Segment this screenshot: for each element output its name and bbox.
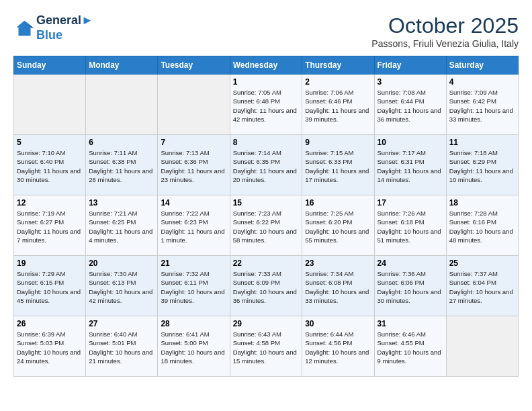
logo: General► Blue bbox=[13, 13, 93, 42]
page-header: General► Blue October 2025 Passons, Friu… bbox=[13, 13, 519, 49]
day-number: 27 bbox=[89, 319, 154, 328]
calendar-table: SundayMondayTuesdayWednesdayThursdayFrid… bbox=[13, 56, 519, 377]
calendar-header-row: SundayMondayTuesdayWednesdayThursdayFrid… bbox=[14, 56, 519, 75]
calendar-week-5: 26Sunrise: 6:39 AM Sunset: 5:03 PM Dayli… bbox=[14, 316, 519, 377]
day-number: 31 bbox=[378, 319, 443, 328]
day-number: 17 bbox=[378, 198, 443, 208]
calendar-cell bbox=[158, 75, 230, 135]
calendar-cell: 6Sunrise: 7:11 AM Sunset: 6:38 PM Daylig… bbox=[86, 135, 158, 195]
calendar-cell bbox=[86, 75, 158, 135]
day-number: 3 bbox=[378, 77, 443, 87]
day-info: Sunrise: 7:05 AM Sunset: 6:48 PM Dayligh… bbox=[233, 88, 300, 124]
calendar-cell: 21Sunrise: 7:32 AM Sunset: 6:11 PM Dayli… bbox=[158, 256, 230, 316]
calendar-cell: 25Sunrise: 7:37 AM Sunset: 6:04 PM Dayli… bbox=[446, 256, 518, 316]
day-info: Sunrise: 7:37 AM Sunset: 6:04 PM Dayligh… bbox=[449, 269, 515, 305]
day-info: Sunrise: 7:21 AM Sunset: 6:25 PM Dayligh… bbox=[89, 209, 154, 244]
day-info: Sunrise: 7:22 AM Sunset: 6:23 PM Dayligh… bbox=[161, 209, 226, 244]
day-info: Sunrise: 7:30 AM Sunset: 6:13 PM Dayligh… bbox=[89, 269, 154, 305]
day-number: 25 bbox=[449, 259, 515, 268]
day-header-sunday: Sunday bbox=[14, 56, 86, 75]
day-info: Sunrise: 7:19 AM Sunset: 6:27 PM Dayligh… bbox=[17, 209, 83, 244]
calendar-cell: 23Sunrise: 7:34 AM Sunset: 6:08 PM Dayli… bbox=[302, 256, 374, 316]
day-info: Sunrise: 7:06 AM Sunset: 6:46 PM Dayligh… bbox=[305, 88, 371, 124]
day-info: Sunrise: 7:18 AM Sunset: 6:29 PM Dayligh… bbox=[449, 148, 515, 184]
day-header-saturday: Saturday bbox=[446, 56, 518, 75]
calendar-cell: 20Sunrise: 7:30 AM Sunset: 6:13 PM Dayli… bbox=[86, 256, 158, 316]
calendar-cell: 15Sunrise: 7:23 AM Sunset: 6:22 PM Dayli… bbox=[230, 195, 302, 256]
day-number: 18 bbox=[449, 198, 515, 208]
day-info: Sunrise: 7:23 AM Sunset: 6:22 PM Dayligh… bbox=[233, 209, 300, 244]
day-info: Sunrise: 7:36 AM Sunset: 6:06 PM Dayligh… bbox=[378, 269, 443, 305]
calendar-week-2: 5Sunrise: 7:10 AM Sunset: 6:40 PM Daylig… bbox=[14, 135, 519, 195]
calendar-week-1: 1Sunrise: 7:05 AM Sunset: 6:48 PM Daylig… bbox=[14, 75, 519, 135]
calendar-cell: 11Sunrise: 7:18 AM Sunset: 6:29 PM Dayli… bbox=[446, 135, 518, 195]
month-title: October 2025 bbox=[371, 13, 519, 38]
calendar-cell: 3Sunrise: 7:08 AM Sunset: 6:44 PM Daylig… bbox=[374, 75, 446, 135]
calendar-cell: 24Sunrise: 7:36 AM Sunset: 6:06 PM Dayli… bbox=[374, 256, 446, 316]
day-number: 12 bbox=[17, 198, 83, 208]
calendar-cell bbox=[14, 75, 86, 135]
day-number: 14 bbox=[161, 198, 226, 208]
day-header-tuesday: Tuesday bbox=[158, 56, 230, 75]
day-info: Sunrise: 7:33 AM Sunset: 6:09 PM Dayligh… bbox=[233, 269, 300, 305]
calendar-cell: 5Sunrise: 7:10 AM Sunset: 6:40 PM Daylig… bbox=[14, 135, 86, 195]
day-info: Sunrise: 6:43 AM Sunset: 4:58 PM Dayligh… bbox=[233, 330, 300, 365]
calendar-cell bbox=[446, 316, 518, 377]
day-number: 5 bbox=[17, 138, 83, 147]
day-info: Sunrise: 6:44 AM Sunset: 4:56 PM Dayligh… bbox=[305, 330, 371, 365]
day-number: 28 bbox=[161, 319, 226, 328]
day-number: 1 bbox=[233, 77, 300, 87]
day-header-friday: Friday bbox=[374, 56, 446, 75]
day-number: 4 bbox=[449, 77, 515, 87]
day-number: 16 bbox=[305, 198, 371, 208]
day-header-monday: Monday bbox=[86, 56, 158, 75]
day-number: 6 bbox=[89, 138, 154, 147]
day-info: Sunrise: 7:29 AM Sunset: 6:15 PM Dayligh… bbox=[17, 269, 83, 305]
day-info: Sunrise: 7:15 AM Sunset: 6:33 PM Dayligh… bbox=[305, 148, 371, 184]
calendar-cell: 12Sunrise: 7:19 AM Sunset: 6:27 PM Dayli… bbox=[14, 195, 86, 256]
day-number: 9 bbox=[305, 138, 371, 147]
day-info: Sunrise: 7:25 AM Sunset: 6:20 PM Dayligh… bbox=[305, 209, 371, 244]
calendar-week-3: 12Sunrise: 7:19 AM Sunset: 6:27 PM Dayli… bbox=[14, 195, 519, 256]
day-number: 24 bbox=[378, 259, 443, 268]
calendar-cell: 30Sunrise: 6:44 AM Sunset: 4:56 PM Dayli… bbox=[302, 316, 374, 377]
calendar-cell: 4Sunrise: 7:09 AM Sunset: 6:42 PM Daylig… bbox=[446, 75, 518, 135]
day-number: 19 bbox=[17, 259, 83, 268]
day-info: Sunrise: 7:08 AM Sunset: 6:44 PM Dayligh… bbox=[378, 88, 443, 124]
day-number: 7 bbox=[161, 138, 226, 147]
logo-text: General► Blue bbox=[36, 13, 93, 42]
day-number: 8 bbox=[233, 138, 300, 147]
calendar-cell: 9Sunrise: 7:15 AM Sunset: 6:33 PM Daylig… bbox=[302, 135, 374, 195]
day-number: 22 bbox=[233, 259, 300, 268]
calendar-cell: 28Sunrise: 6:41 AM Sunset: 5:00 PM Dayli… bbox=[158, 316, 230, 377]
day-info: Sunrise: 6:40 AM Sunset: 5:01 PM Dayligh… bbox=[89, 330, 154, 365]
day-info: Sunrise: 7:11 AM Sunset: 6:38 PM Dayligh… bbox=[89, 148, 154, 184]
day-number: 20 bbox=[89, 259, 154, 268]
calendar-cell: 16Sunrise: 7:25 AM Sunset: 6:20 PM Dayli… bbox=[302, 195, 374, 256]
calendar-cell: 29Sunrise: 6:43 AM Sunset: 4:58 PM Dayli… bbox=[230, 316, 302, 377]
day-info: Sunrise: 7:10 AM Sunset: 6:40 PM Dayligh… bbox=[17, 148, 83, 184]
day-number: 23 bbox=[305, 259, 371, 268]
day-number: 15 bbox=[233, 198, 300, 208]
day-number: 30 bbox=[305, 319, 371, 328]
calendar-body: 1Sunrise: 7:05 AM Sunset: 6:48 PM Daylig… bbox=[14, 75, 519, 377]
day-header-wednesday: Wednesday bbox=[230, 56, 302, 75]
calendar-cell: 18Sunrise: 7:28 AM Sunset: 6:16 PM Dayli… bbox=[446, 195, 518, 256]
calendar-cell: 2Sunrise: 7:06 AM Sunset: 6:46 PM Daylig… bbox=[302, 75, 374, 135]
day-info: Sunrise: 6:41 AM Sunset: 5:00 PM Dayligh… bbox=[161, 330, 226, 365]
calendar-cell: 19Sunrise: 7:29 AM Sunset: 6:15 PM Dayli… bbox=[14, 256, 86, 316]
calendar-cell: 13Sunrise: 7:21 AM Sunset: 6:25 PM Dayli… bbox=[86, 195, 158, 256]
day-info: Sunrise: 7:32 AM Sunset: 6:11 PM Dayligh… bbox=[161, 269, 226, 305]
day-info: Sunrise: 6:46 AM Sunset: 4:55 PM Dayligh… bbox=[378, 330, 443, 365]
calendar-cell: 17Sunrise: 7:26 AM Sunset: 6:18 PM Dayli… bbox=[374, 195, 446, 256]
day-number: 2 bbox=[305, 77, 371, 87]
day-number: 21 bbox=[161, 259, 226, 268]
location-subtitle: Passons, Friuli Venezia Giulia, Italy bbox=[371, 38, 519, 49]
calendar-cell: 26Sunrise: 6:39 AM Sunset: 5:03 PM Dayli… bbox=[14, 316, 86, 377]
calendar-cell: 31Sunrise: 6:46 AM Sunset: 4:55 PM Dayli… bbox=[374, 316, 446, 377]
day-info: Sunrise: 6:39 AM Sunset: 5:03 PM Dayligh… bbox=[17, 330, 83, 365]
day-number: 11 bbox=[449, 138, 515, 147]
calendar-cell: 7Sunrise: 7:13 AM Sunset: 6:36 PM Daylig… bbox=[158, 135, 230, 195]
day-number: 29 bbox=[233, 319, 300, 328]
title-block: October 2025 Passons, Friuli Venezia Giu… bbox=[371, 13, 519, 49]
